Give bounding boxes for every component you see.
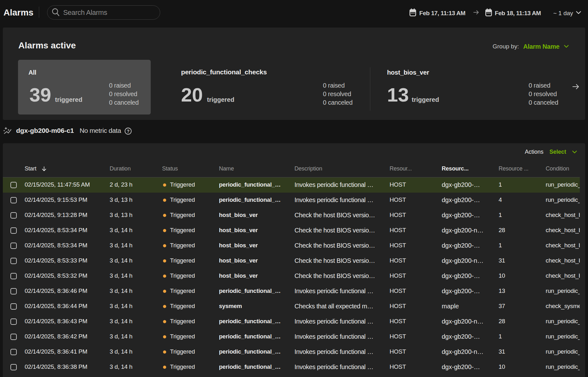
svg-text:?: ? [127,129,130,134]
